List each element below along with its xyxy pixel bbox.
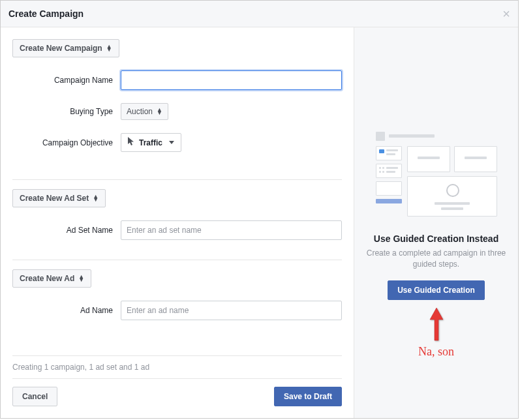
cancel-button[interactable]: Cancel — [12, 387, 57, 406]
objective-label: Campaign Objective — [12, 138, 113, 147]
create-new-ad-dropdown[interactable]: Create New Ad ▲▼ — [12, 269, 91, 288]
objective-dropdown[interactable]: Traffic — [121, 133, 181, 152]
adset-name-input[interactable] — [121, 220, 342, 240]
create-new-adset-dropdown[interactable]: Create New Ad Set ▲▼ — [12, 189, 106, 207]
side-desc: Create a complete ad campaign in three g… — [362, 248, 510, 270]
create-campaign-modal: Create Campaign × Create New Campaign ▲▼… — [0, 0, 519, 419]
campaign-section: Create New Campaign ▲▼ Campaign Name Buy… — [12, 39, 342, 170]
ad-name-row: Ad Name — [12, 301, 342, 320]
divider — [12, 260, 342, 260]
objective-row: Campaign Objective Traffic — [12, 133, 342, 152]
close-icon[interactable]: × — [502, 7, 510, 20]
buying-type-value: Auction — [127, 107, 153, 116]
footer-actions: Cancel Save to Draft — [12, 378, 342, 406]
ad-section: Create New Ad ▲▼ Ad Name — [12, 269, 342, 331]
create-new-campaign-dropdown[interactable]: Create New Campaign ▲▼ — [12, 39, 119, 57]
divider — [12, 179, 342, 180]
objective-value: Traffic — [139, 138, 162, 147]
modal-header: Create Campaign × — [1, 1, 518, 27]
adset-section: Create New Ad Set ▲▼ Ad Set Name — [12, 189, 342, 250]
footer-info: Creating 1 campaign, 1 ad set and 1 ad — [12, 355, 342, 378]
use-guided-creation-button[interactable]: Use Guided Creation — [388, 280, 485, 300]
dropdown-label: Create New Campaign — [20, 44, 102, 53]
dropdown-label: Create New Ad Set — [20, 194, 89, 203]
dropdown-label: Create New Ad — [20, 274, 74, 283]
buying-type-dropdown[interactable]: Auction ▲▼ — [121, 103, 168, 120]
buying-type-row: Buying Type Auction ▲▼ — [12, 103, 342, 120]
side-panel: Use Guided Creation Instead Create a com… — [354, 27, 518, 418]
buying-type-label: Buying Type — [12, 107, 113, 116]
adset-name-label: Ad Set Name — [12, 226, 113, 235]
annotation-text: Na, son — [418, 345, 454, 359]
save-to-draft-button[interactable]: Save to Draft — [274, 387, 342, 406]
chevron-down-icon — [169, 141, 174, 144]
ad-name-label: Ad Name — [12, 306, 113, 315]
sort-icon: ▲▼ — [93, 195, 99, 202]
ad-name-input[interactable] — [121, 301, 342, 320]
campaign-name-label: Campaign Name — [12, 76, 113, 85]
sort-icon: ▲▼ — [78, 275, 84, 282]
side-title: Use Guided Creation Instead — [374, 233, 498, 244]
arrow-up-icon — [429, 308, 444, 344]
modal-body: Create New Campaign ▲▼ Campaign Name Buy… — [1, 27, 518, 418]
sort-icon: ▲▼ — [106, 45, 112, 52]
cursor-icon — [128, 137, 135, 148]
sort-icon: ▲▼ — [157, 108, 162, 115]
main-panel: Create New Campaign ▲▼ Campaign Name Buy… — [1, 27, 354, 418]
guided-creation-illustration — [376, 132, 497, 223]
campaign-name-input[interactable] — [121, 70, 342, 90]
modal-title: Create Campaign — [8, 8, 84, 19]
adset-name-row: Ad Set Name — [12, 220, 342, 240]
campaign-name-row: Campaign Name — [12, 70, 342, 90]
